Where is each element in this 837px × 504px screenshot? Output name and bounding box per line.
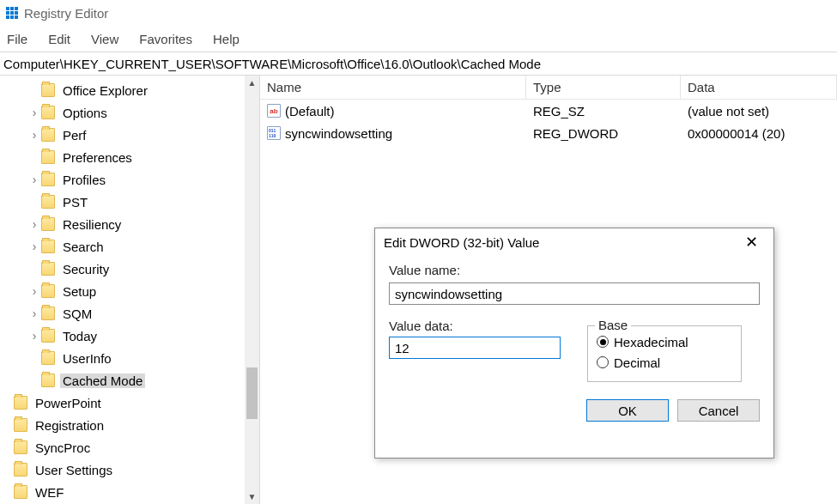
address-bar[interactable]: Computer\HKEY_CURRENT_USER\SOFTWARE\Micr… bbox=[0, 52, 837, 76]
radio-dec-label: Decimal bbox=[614, 355, 660, 370]
tree-twisty bbox=[27, 150, 41, 164]
app-icon bbox=[5, 6, 19, 20]
folder-icon bbox=[41, 173, 55, 186]
svg-rect-2 bbox=[15, 7, 18, 10]
menu-file[interactable]: File bbox=[7, 32, 27, 46]
dialog-titlebar[interactable]: Edit DWORD (32-bit) Value ✕ bbox=[375, 228, 773, 256]
tree-twisty bbox=[0, 440, 14, 454]
tree-item[interactable]: Registration bbox=[0, 414, 259, 436]
chevron-right-icon[interactable]: › bbox=[27, 217, 41, 231]
tree-item[interactable]: Cached Mode bbox=[0, 369, 259, 392]
tree-item[interactable]: ›Profiles bbox=[0, 168, 259, 191]
chevron-right-icon[interactable]: › bbox=[27, 284, 41, 298]
tree-item[interactable]: Office Explorer bbox=[0, 79, 259, 101]
chevron-right-icon[interactable]: › bbox=[27, 106, 41, 119]
tree-twisty bbox=[27, 262, 41, 276]
svg-rect-4 bbox=[10, 11, 14, 15]
tree-item[interactable]: ›Setup bbox=[0, 280, 259, 302]
edit-dword-dialog: Edit DWORD (32-bit) Value ✕ Value name: … bbox=[374, 228, 774, 458]
list-row[interactable]: 011110syncwindowsettingREG_DWORD0x000000… bbox=[260, 122, 837, 144]
tree-item-label: PST bbox=[60, 195, 90, 209]
menu-view[interactable]: View bbox=[91, 32, 118, 46]
chevron-right-icon[interactable]: › bbox=[27, 240, 41, 253]
tree-item-label: WEF bbox=[33, 485, 66, 500]
svg-rect-7 bbox=[10, 15, 14, 19]
menu-edit[interactable]: Edit bbox=[48, 32, 70, 46]
value-data: (value not set) bbox=[681, 104, 837, 118]
menu-help[interactable]: Help bbox=[213, 32, 240, 46]
tree-item[interactable]: Security bbox=[0, 258, 259, 280]
title-bar: Registry Editor bbox=[0, 0, 837, 26]
folder-icon bbox=[14, 440, 27, 454]
tree-item[interactable]: User Settings bbox=[0, 458, 259, 481]
tree-item[interactable]: ›Perf bbox=[0, 124, 259, 146]
tree-item[interactable]: Preferences bbox=[0, 146, 259, 168]
col-header-data[interactable]: Data bbox=[681, 76, 837, 99]
tree-item-label: SQM bbox=[60, 307, 94, 321]
tree-item-label: Profiles bbox=[60, 173, 108, 187]
tree-item-label: PowerPoint bbox=[33, 396, 104, 410]
value-data-label: Value data: bbox=[389, 319, 561, 333]
tree-item[interactable]: PST bbox=[0, 191, 259, 213]
tree-item[interactable]: ›Search bbox=[0, 235, 259, 258]
tree[interactable]: Office Explorer›Options›PerfPreferences›… bbox=[0, 76, 259, 504]
radio-hex-label: Hexadecimal bbox=[614, 335, 688, 349]
folder-icon bbox=[41, 240, 55, 253]
chevron-right-icon[interactable]: › bbox=[27, 128, 41, 142]
svg-text:110: 110 bbox=[269, 133, 276, 138]
tree-twisty bbox=[27, 373, 41, 387]
tree-item-label: Cached Mode bbox=[60, 373, 145, 388]
tree-item[interactable]: ›Resiliency bbox=[0, 213, 259, 235]
tree-item-label: Search bbox=[60, 240, 106, 254]
tree-item[interactable]: SyncProc bbox=[0, 436, 259, 458]
address-text: Computer\HKEY_CURRENT_USER\SOFTWARE\Micr… bbox=[3, 57, 541, 71]
scroll-thumb[interactable] bbox=[246, 367, 258, 419]
tree-item[interactable]: PowerPoint bbox=[0, 392, 259, 414]
tree-pane: Office Explorer›Options›PerfPreferences›… bbox=[0, 76, 260, 504]
col-header-name[interactable]: Name bbox=[260, 76, 526, 99]
value-name-input[interactable] bbox=[389, 282, 760, 305]
folder-icon bbox=[41, 217, 55, 231]
folder-icon bbox=[41, 83, 55, 97]
tree-item[interactable]: ›Today bbox=[0, 325, 259, 347]
tree-item[interactable]: UserInfo bbox=[0, 347, 259, 369]
col-header-type[interactable]: Type bbox=[526, 76, 681, 99]
tree-item-label: Perf bbox=[60, 128, 89, 143]
dword-value-icon: 011110 bbox=[267, 126, 281, 140]
scroll-down-icon[interactable]: ▼ bbox=[245, 489, 259, 504]
cancel-button[interactable]: Cancel bbox=[677, 399, 760, 422]
radio-icon bbox=[597, 336, 609, 348]
folder-icon bbox=[41, 106, 55, 119]
tree-twisty bbox=[27, 195, 41, 209]
base-legend: Base bbox=[595, 318, 631, 332]
tree-item-label: SyncProc bbox=[33, 440, 93, 455]
chevron-right-icon[interactable]: › bbox=[27, 329, 41, 343]
folder-icon bbox=[41, 329, 55, 343]
folder-icon bbox=[41, 284, 55, 298]
tree-item[interactable]: WEF bbox=[0, 481, 259, 503]
folder-icon bbox=[41, 195, 55, 209]
chevron-right-icon[interactable]: › bbox=[27, 173, 41, 186]
tree-item[interactable]: ›Options bbox=[0, 101, 259, 124]
close-icon[interactable]: ✕ bbox=[738, 231, 765, 253]
ok-button[interactable]: OK bbox=[586, 399, 669, 422]
svg-rect-3 bbox=[6, 11, 9, 15]
menu-favorites[interactable]: Favorites bbox=[139, 32, 192, 46]
tree-scrollbar[interactable]: ▲ ▼ bbox=[245, 76, 259, 504]
tree-item-label: Preferences bbox=[60, 150, 135, 165]
tree-item[interactable]: ›SQM bbox=[0, 302, 259, 325]
list-row[interactable]: ab(Default)REG_SZ(value not set) bbox=[260, 100, 837, 122]
radio-hexadecimal[interactable]: Hexadecimal bbox=[597, 331, 732, 352]
scroll-up-icon[interactable]: ▲ bbox=[245, 76, 259, 90]
chevron-right-icon[interactable]: › bbox=[27, 307, 41, 320]
radio-decimal[interactable]: Decimal bbox=[597, 352, 732, 373]
app-title: Registry Editor bbox=[24, 6, 108, 21]
folder-icon bbox=[41, 373, 55, 387]
string-value-icon: ab bbox=[267, 104, 281, 118]
value-data-input[interactable] bbox=[389, 337, 561, 359]
tree-item-label: Options bbox=[60, 106, 110, 120]
svg-rect-5 bbox=[15, 11, 18, 15]
dialog-body: Value name: Value data: Base Hexadecimal bbox=[375, 256, 773, 458]
tree-twisty bbox=[0, 485, 14, 499]
tree-twisty bbox=[0, 463, 14, 477]
